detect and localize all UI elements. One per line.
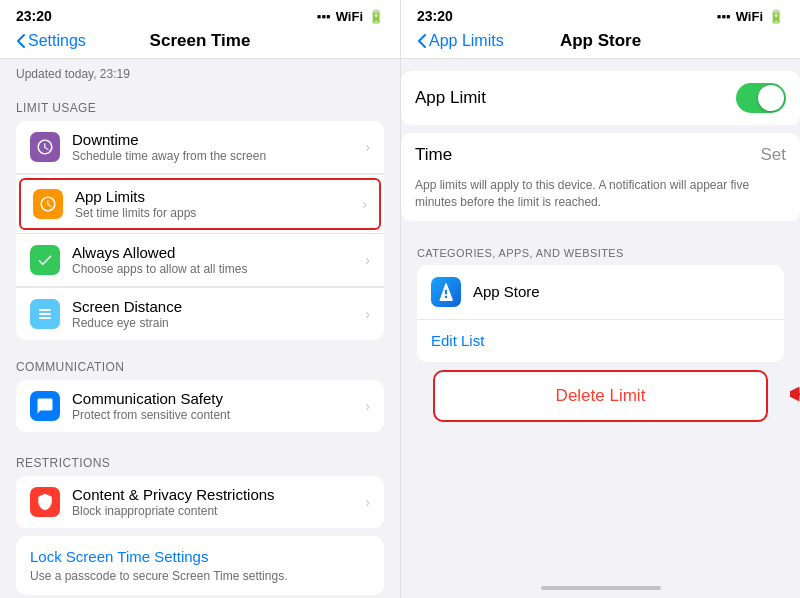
lock-screen-card: Lock Screen Time Settings Use a passcode…	[16, 536, 384, 595]
always-allowed-icon-svg	[36, 251, 54, 269]
nav-bar-right: App Limits App Store	[401, 28, 800, 59]
comm-safety-item[interactable]: Communication Safety Protect from sensit…	[16, 380, 384, 432]
home-indicator-right	[401, 578, 800, 598]
delete-limit-container: Delete Limit	[417, 370, 784, 422]
scroll-content-left: Updated today, 23:19 LIMIT USAGE Downtim…	[0, 59, 400, 598]
downtime-icon-svg	[36, 138, 54, 156]
always-allowed-title: Always Allowed	[72, 244, 365, 261]
app-limits-title: App Limits	[75, 188, 362, 205]
app-store-card: App Store Edit List	[417, 265, 784, 362]
downtime-chevron: ›	[365, 139, 370, 155]
screen-distance-text: Screen Distance Reduce eye strain	[72, 298, 365, 330]
signal-icon: ▪▪▪	[317, 9, 331, 24]
status-bar-right: 23:20 ▪▪▪ WiFi 🔋	[401, 0, 800, 28]
app-store-icon-svg	[437, 283, 455, 301]
time-label: Time	[415, 145, 452, 165]
wifi-icon-right: WiFi	[736, 9, 763, 24]
comm-safety-chevron: ›	[365, 398, 370, 414]
always-allowed-item[interactable]: Always Allowed Choose apps to allow at a…	[16, 233, 384, 287]
wifi-icon: WiFi	[336, 9, 363, 24]
content-privacy-icon	[30, 487, 60, 517]
battery-icon: 🔋	[368, 9, 384, 24]
app-store-row[interactable]: App Store	[417, 265, 784, 320]
app-limits-text: App Limits Set time limits for apps	[75, 188, 362, 220]
back-button-left[interactable]: Settings	[16, 32, 86, 50]
always-allowed-icon	[30, 245, 60, 275]
screen-distance-chevron: ›	[365, 306, 370, 322]
app-limit-toggle[interactable]	[736, 83, 786, 113]
screen-distance-subtitle: Reduce eye strain	[72, 316, 365, 330]
content-privacy-title: Content & Privacy Restrictions	[72, 486, 365, 503]
back-label-left: Settings	[28, 32, 86, 50]
downtime-item[interactable]: Downtime Schedule time away from the scr…	[16, 121, 384, 174]
lock-screen-sub: Use a passcode to secure Screen Time set…	[30, 569, 370, 583]
always-allowed-text: Always Allowed Choose apps to allow at a…	[72, 244, 365, 276]
screen-distance-icon	[30, 299, 60, 329]
left-panel: 23:20 ▪▪▪ WiFi 🔋 Settings Screen Time Up…	[0, 0, 400, 598]
content-privacy-icon-svg	[36, 493, 54, 511]
comm-safety-icon-svg	[36, 397, 54, 415]
screen-distance-item[interactable]: Screen Distance Reduce eye strain ›	[16, 287, 384, 340]
app-store-name: App Store	[473, 283, 540, 300]
chevron-left-icon	[16, 33, 26, 49]
categories-section: CATEGORIES, APPS, AND WEBSITES	[417, 233, 784, 265]
always-allowed-chevron: ›	[365, 252, 370, 268]
downtime-text: Downtime Schedule time away from the scr…	[72, 131, 365, 163]
comm-safety-title: Communication Safety	[72, 390, 365, 407]
downtime-title: Downtime	[72, 131, 365, 148]
right-panel: 23:20 ▪▪▪ WiFi 🔋 App Limits App Store Ap…	[400, 0, 800, 598]
content-privacy-item[interactable]: Content & Privacy Restrictions Block ina…	[16, 476, 384, 528]
limit-usage-group: Downtime Schedule time away from the scr…	[16, 121, 384, 340]
downtime-icon	[30, 132, 60, 162]
time-row: Time Set App limits will apply to this d…	[401, 133, 800, 221]
nav-bar-left: Settings Screen Time	[0, 28, 400, 59]
app-limits-icon	[33, 189, 63, 219]
battery-icon-right: 🔋	[768, 9, 784, 24]
toggle-knob	[758, 85, 784, 111]
app-store-icon	[431, 277, 461, 307]
delete-limit-label: Delete Limit	[556, 386, 646, 405]
back-label-right: App Limits	[429, 32, 504, 50]
comm-safety-text: Communication Safety Protect from sensit…	[72, 390, 365, 422]
content-privacy-chevron: ›	[365, 494, 370, 510]
red-arrow-right-icon	[790, 384, 800, 404]
comm-safety-subtitle: Protect from sensitive content	[72, 408, 365, 422]
updated-text: Updated today, 23:19	[0, 59, 400, 85]
time-row-inner[interactable]: Time Set	[401, 133, 800, 177]
time-value: Set	[760, 145, 786, 165]
back-button-right[interactable]: App Limits	[417, 32, 504, 50]
time-description: App limits will apply to this device. A …	[401, 177, 800, 221]
app-limit-row: App Limit	[401, 71, 800, 125]
status-icons-left: ▪▪▪ WiFi 🔋	[317, 9, 384, 24]
scroll-content-right: App Limit Time Set App limits will apply…	[401, 59, 800, 578]
communication-group: Communication Safety Protect from sensit…	[16, 380, 384, 432]
arrow-delete-limit	[790, 384, 800, 408]
signal-icon-right: ▪▪▪	[717, 9, 731, 24]
downtime-subtitle: Schedule time away from the screen	[72, 149, 365, 163]
page-title-left: Screen Time	[150, 31, 251, 51]
limit-usage-label: LIMIT USAGE	[0, 85, 400, 121]
app-limits-chevron: ›	[362, 196, 367, 212]
categories-label: CATEGORIES, APPS, AND WEBSITES	[417, 233, 784, 265]
status-icons-right: ▪▪▪ WiFi 🔋	[717, 9, 784, 24]
delete-limit-button[interactable]: Delete Limit	[433, 370, 768, 422]
app-limits-subtitle: Set time limits for apps	[75, 206, 362, 220]
screen-distance-title: Screen Distance	[72, 298, 365, 315]
app-limits-item[interactable]: App Limits Set time limits for apps ›	[19, 178, 381, 230]
time-left: 23:20	[16, 8, 52, 24]
home-bar-right	[541, 586, 661, 590]
content-privacy-subtitle: Block inappropriate content	[72, 504, 365, 518]
communication-label: COMMUNICATION	[0, 344, 400, 380]
lock-screen-link[interactable]: Lock Screen Time Settings	[30, 548, 370, 565]
status-bar-left: 23:20 ▪▪▪ WiFi 🔋	[0, 0, 400, 28]
content-privacy-text: Content & Privacy Restrictions Block ina…	[72, 486, 365, 518]
edit-list-link[interactable]: Edit List	[431, 332, 484, 349]
edit-list-row[interactable]: Edit List	[417, 320, 784, 362]
restrictions-group: Content & Privacy Restrictions Block ina…	[16, 476, 384, 528]
page-title-right: App Store	[560, 31, 641, 51]
chevron-left-icon-right	[417, 33, 427, 49]
app-limits-icon-svg	[39, 195, 57, 213]
app-limit-label: App Limit	[415, 88, 486, 108]
restrictions-label: RESTRICTIONS	[0, 440, 400, 476]
comm-safety-icon	[30, 391, 60, 421]
